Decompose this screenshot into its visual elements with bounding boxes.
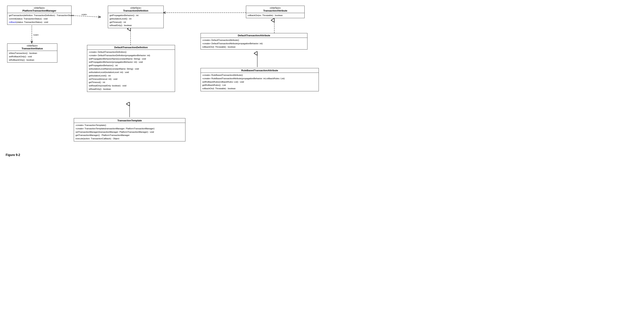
header-ta: «interface» TransactionAttribute	[246, 6, 304, 13]
method-dtd-0: «create» DefaultTransactionDefinition()	[89, 50, 173, 54]
method-dtd-5: setIsolationLevelName(constantName: Stri…	[89, 67, 173, 71]
method-dtd-4: getPropagationBehavior() : int	[89, 64, 173, 67]
method-td-2: getTimeout() : int	[110, 20, 162, 24]
classname-ptm: PlatformTransactionManager	[8, 9, 70, 12]
figure-label: Figure 9-2	[6, 153, 20, 157]
method-dtd-7: getIsolationLevel() : int	[89, 74, 173, 77]
body-rbta: «create» RuleBasedTransactionAttribute()…	[201, 73, 318, 91]
classname-dtd: DefaultTransactionDefinition	[88, 46, 174, 49]
classname-rbta: RuleBasedTransactionAttribute	[202, 69, 318, 72]
body-dtd: «create» DefaultTransactionDefinition() …	[87, 50, 175, 92]
method-rbta-2: setRollbackRules(rollbackRules: List) : …	[202, 80, 317, 84]
use-arrow-ptm-td	[72, 15, 101, 17]
header-dtd: DefaultTransactionDefinition	[87, 45, 175, 50]
body-td: getPropagationBehavior() : int getIsolat…	[108, 13, 164, 28]
method-dtd-8: setTimeout(timeout: int) : void	[89, 77, 173, 81]
method-ptm-0: getTransaction(definition: TransactionDe…	[9, 14, 70, 17]
method-dtd-6: setIsolationLevel(isolationLevel: int) :…	[89, 71, 173, 74]
method-tt-2: setTransactionManager(transactionManager…	[76, 130, 184, 134]
method-ta-0: rollbackOn(ex: Throwable) : boolean	[248, 14, 303, 17]
method-rbta-4: rollbackOn(t: Throwable) : boolean	[202, 87, 317, 90]
method-rbta-1: «create» RuleBasedTransactionAttribute(p…	[202, 77, 317, 80]
classname-tt: TransactionTemplate	[75, 119, 184, 122]
method-tt-4: execute(action: TransactionCallback) : O…	[76, 137, 184, 140]
body-ts: isNewTransaction() : boolean setRollback…	[8, 51, 57, 62]
method-dta-1: «create» DefaultTransactionAttribute(pro…	[202, 42, 306, 45]
method-rbta-3: getRollbackRules() : List	[202, 83, 317, 87]
method-dtd-2: setPropagationBehaviorName(constantName:…	[89, 57, 173, 61]
body-tt: «create» TransactionTemplate() «create» …	[74, 123, 185, 141]
header-ptm: «interface» PlatformTransactionManager	[8, 6, 71, 13]
classname-td: TransactionDefinition	[109, 9, 162, 12]
box-default-transaction-attribute: DefaultTransactionAttribute «create» Def…	[200, 33, 308, 49]
box-rule-based-transaction-attribute: RuleBasedTransactionAttribute «create» R…	[200, 68, 319, 91]
box-platform-transaction-manager: «interface» PlatformTransactionManager g…	[7, 6, 72, 25]
body-ta: rollbackOn(ex: Throwable) : boolean	[246, 13, 304, 18]
body-dta: «create» DefaultTransactionAttribute() «…	[201, 38, 307, 49]
stereotype-ptm: «interface»	[8, 6, 70, 9]
method-dtd-11: isReadOnly() : boolean	[89, 87, 173, 91]
method-dta-0: «create» DefaultTransactionAttribute()	[202, 38, 306, 42]
stereotype-ta: «interface»	[247, 6, 303, 9]
box-default-transaction-definition: DefaultTransactionDefinition «create» De…	[87, 45, 175, 92]
stereotype-td: «interface»	[109, 6, 162, 9]
header-tt: TransactionTemplate	[74, 118, 185, 123]
method-ts-2: isRollbackOnly() : boolean	[9, 58, 56, 62]
method-dtd-1: «create» DefaultTransactionDefinition(pr…	[89, 54, 173, 57]
box-transaction-template: TransactionTemplate «create» Transaction…	[74, 118, 186, 141]
header-ts: «interface» TransactionStatus	[8, 44, 57, 51]
body-ptm: getTransaction(definition: TransactionDe…	[8, 13, 71, 24]
method-dtd-9: getTimeout() : int	[89, 81, 173, 84]
classname-ts: TransactionStatus	[8, 47, 56, 50]
method-tt-1: «create» TransactionTemplate(transaction…	[76, 127, 184, 130]
method-td-1: getIsolationLevel() : int	[110, 17, 162, 20]
method-td-0: getPropagationBehavior() : int	[110, 14, 162, 17]
method-dtd-3: setPropagationBehavior(propagationBehavi…	[89, 60, 173, 64]
classname-dta: DefaultTransactionAttribute	[202, 34, 306, 37]
method-rbta-0: «create» RuleBasedTransactionAttribute()	[202, 73, 317, 77]
header-dta: DefaultTransactionAttribute	[201, 33, 307, 38]
method-ts-1: setRollbackOnly() : void	[9, 55, 56, 58]
method-tt-3: getTransactionManager() : PlatformTransa…	[76, 134, 184, 137]
method-dta-2: rollbackOn(t: Throwable) : boolean	[202, 45, 306, 49]
method-ptm-1: commit(status: TransactionStatus) : void	[9, 17, 70, 20]
method-dtd-10: setReadOnly(readOnly: boolean) : void	[89, 84, 173, 87]
box-transaction-definition: «interface» TransactionDefinition getPro…	[108, 6, 164, 28]
box-transaction-status: «interface» TransactionStatus isNewTrans…	[7, 43, 57, 62]
box-transaction-attribute: «interface» TransactionAttribute rollbac…	[246, 6, 304, 18]
uml-diagram: TransactionDefinition (dashed line with …	[0, 0, 322, 160]
header-rbta: RuleBasedTransactionAttribute	[201, 68, 318, 73]
method-tt-0: «create» TransactionTemplate()	[76, 124, 184, 127]
use-label-1: «use»	[81, 13, 87, 15]
classname-ta: TransactionAttribute	[247, 9, 303, 12]
method-td-3: isReadOnly() : boolean	[110, 24, 162, 27]
header-td: «interface» TransactionDefinition	[108, 6, 164, 13]
method-ptm-2: rollback(status: TransactionStatus) : vo…	[9, 20, 70, 24]
method-ts-0: isNewTransaction() : boolean	[9, 52, 56, 55]
use-label-2: «use»	[33, 34, 39, 36]
stereotype-ts: «interface»	[8, 44, 56, 47]
